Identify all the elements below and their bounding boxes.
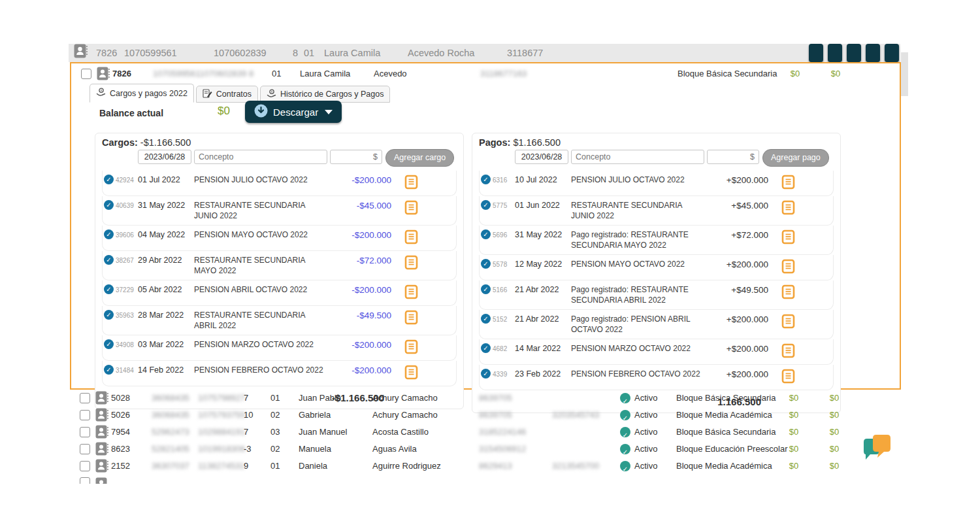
download-button[interactable]: Descargar — [245, 101, 342, 123]
pago-amount-input[interactable] — [707, 150, 759, 164]
pagos-title: Pagos: $1.166.500 — [479, 137, 840, 148]
tab-label: Contratos — [216, 90, 252, 99]
transaction-row: ✓ 4682 14 Mar 2022 PENSION MARZO OCTAVO … — [479, 339, 834, 365]
receipt-icon[interactable] — [391, 255, 456, 272]
student-doc2: 1138274531 — [198, 458, 244, 475]
transaction-id: 5166 — [493, 284, 515, 294]
row-checkbox[interactable] — [80, 393, 90, 403]
transaction-row: ✓ 34908 03 Mar 2022 PENSION MARZO OCTAVO… — [102, 335, 457, 361]
tab-label: Cargos y pagos 2022 — [110, 89, 188, 98]
download-label: Descargar — [273, 107, 318, 118]
topbar-action-button[interactable] — [885, 44, 899, 62]
receipt-icon[interactable] — [768, 314, 833, 331]
transaction-date: 01 Jul 2022 — [138, 175, 194, 185]
student-grade: 02 — [270, 441, 280, 458]
cargo-date-input[interactable] — [138, 150, 191, 164]
transaction-id: 35963 — [116, 310, 138, 319]
transaction-row: ✓ 5166 21 Abr 2022 Pago registrado: REST… — [479, 280, 834, 310]
transaction-id: 37229 — [116, 284, 138, 294]
receipt-icon[interactable] — [391, 284, 456, 301]
cargos-panel: Cargos: -$1.166.500 Agregar cargo ✓ 4292… — [95, 133, 464, 409]
student-n: 9 — [244, 458, 248, 475]
row-checkbox[interactable] — [80, 427, 90, 437]
student-status: Activo — [634, 458, 657, 475]
row-checkbox[interactable] — [80, 410, 90, 420]
receipt-icon[interactable] — [391, 339, 456, 356]
receipt-icon[interactable] — [768, 229, 833, 246]
student-grade: 02 — [270, 407, 280, 424]
receipt-icon[interactable] — [391, 200, 456, 217]
transaction-amount: +$200.000 — [706, 343, 768, 354]
student-id: 7954 — [111, 424, 130, 441]
transaction-amount: +$49.500 — [706, 284, 768, 295]
student-balance-1: $0 — [782, 424, 806, 441]
transaction-date: 31 May 2022 — [515, 229, 571, 240]
receipt-icon[interactable] — [391, 229, 456, 246]
summary-id: 7826 — [96, 44, 117, 62]
vertical-scrollbar[interactable] — [901, 52, 908, 96]
receipt-icon[interactable] — [391, 365, 456, 382]
balance-value: $0 — [218, 105, 230, 118]
student-bloque: Bloque Básica Secundaria — [678, 65, 777, 82]
receipt-icon[interactable] — [391, 175, 456, 192]
transaction-row: ✓ 31484 14 Feb 2022 PENSION FEBRERO OCTA… — [102, 361, 457, 386]
receipt-icon[interactable] — [768, 175, 833, 192]
topbar-action-button[interactable] — [866, 44, 880, 62]
topbar-action-button[interactable] — [828, 44, 842, 62]
student-first-name: Juan Pablo — [299, 390, 341, 407]
tab-label: Histórico de Cargos y Pagos — [280, 90, 384, 99]
transaction-id: 4682 — [493, 343, 515, 352]
transaction-row: ✓ 5696 31 May 2022 Pago registrado: REST… — [479, 226, 834, 255]
transaction-date: 12 May 2022 — [515, 259, 571, 269]
row-checkbox[interactable] — [81, 69, 91, 79]
cargo-amount-input[interactable] — [330, 150, 382, 164]
detail-tabs: Cargos y pagos 2022 Contratos Histórico … — [90, 84, 392, 103]
id-card-icon — [74, 44, 88, 62]
student-doc2: 1075798927 — [198, 390, 245, 407]
receipt-icon[interactable] — [768, 284, 833, 301]
student-phone: 3185224146 — [479, 424, 526, 441]
transaction-amount: -$200.000 — [329, 229, 391, 241]
transaction-id: 5775 — [493, 200, 515, 209]
student-balance-1: $0 — [782, 407, 806, 424]
app-page: 7826 1070599561 1070602839 8 01 Laura Ca… — [0, 0, 980, 523]
cargo-concept-input[interactable] — [194, 150, 327, 164]
topbar-action-button[interactable] — [809, 44, 823, 62]
row-checkbox[interactable] — [80, 477, 90, 484]
add-cargo-button[interactable]: Agregar cargo — [385, 149, 454, 167]
receipt-icon[interactable] — [768, 369, 833, 386]
transaction-row: ✓ 42924 01 Jul 2022 PENSION JULIO OCTAVO… — [102, 171, 457, 196]
transaction-concept: RESTAURANTE SECUNDARIA ABRIL 2022 — [194, 310, 329, 331]
row-checkbox[interactable] — [80, 444, 90, 454]
pago-concept-input[interactable] — [571, 150, 704, 164]
check-circle-icon: ✓ — [104, 284, 114, 294]
selected-student-summary-bar: 7826 1070599561 1070602839 8 01 Laura Ca… — [69, 44, 900, 62]
pago-date-input[interactable] — [515, 150, 568, 164]
chat-widget[interactable] — [860, 433, 895, 471]
detail-tab[interactable]: Cargos y pagos 2022 — [90, 84, 194, 103]
receipt-icon[interactable] — [768, 259, 833, 276]
receipt-icon[interactable] — [768, 200, 833, 217]
student-doc2: 1019918306 — [198, 441, 245, 458]
row-checkbox[interactable] — [80, 461, 90, 471]
add-pago-button[interactable]: Agregar pago — [762, 149, 829, 167]
student-balance-2: $0 — [824, 65, 847, 82]
student-grade: 01 — [270, 390, 280, 407]
transaction-id: 6316 — [493, 175, 515, 184]
check-circle-icon: ✓ — [104, 339, 114, 349]
transaction-date: 14 Feb 2022 — [138, 365, 194, 375]
receipt-icon[interactable] — [768, 343, 833, 360]
receipt-icon[interactable] — [391, 310, 456, 327]
student-avatar-icon[interactable] — [95, 477, 108, 484]
transaction-date: 28 Mar 2022 — [138, 310, 194, 320]
student-phone: 8639705 — [479, 407, 512, 424]
student-last-name: Achury Camacho — [372, 390, 438, 407]
topbar-action-button[interactable] — [847, 44, 861, 62]
transaction-id: 5578 — [493, 259, 515, 268]
summary-doc2: 1070602839 — [214, 44, 267, 62]
student-doc2: 1075793755 — [198, 407, 245, 424]
transaction-concept: PENSION JULIO OCTAVO 2022 — [194, 175, 329, 185]
cloud-download-icon — [254, 104, 268, 120]
transaction-amount: +$200.000 — [706, 314, 768, 325]
transaction-amount: +$200.000 — [706, 175, 768, 186]
